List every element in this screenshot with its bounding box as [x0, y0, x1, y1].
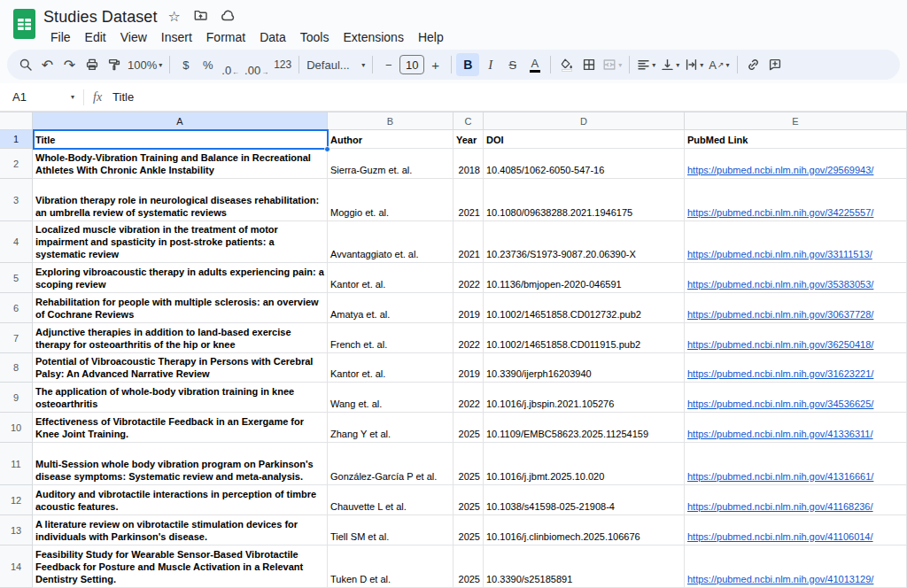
cell-link-row13[interactable]: https://pubmed.ncbi.nlm.nih.gov/41106014… — [685, 515, 907, 545]
cell-author-row6[interactable]: Amatya et. al. — [328, 293, 454, 323]
pubmed-link[interactable]: https://pubmed.ncbi.nlm.nih.gov/30637728… — [687, 308, 873, 321]
cell-doi-row3[interactable]: 10.1080/09638288.2021.1946175 — [484, 179, 685, 221]
cell-author-row5[interactable]: Kantor et. al. — [328, 263, 454, 293]
font-dropdown[interactable]: Defaul...▾ — [304, 53, 368, 76]
cell-doi-row13[interactable]: 10.1016/j.clinbiomech.2025.106676 — [484, 515, 685, 545]
zoom-dropdown[interactable]: 100%▾ — [125, 53, 165, 76]
document-title[interactable]: Studies Dataset — [43, 8, 158, 27]
cell-author-row8[interactable]: Kantor et. al. — [328, 353, 454, 383]
menu-help[interactable]: Help — [411, 28, 451, 46]
cell-link-row6[interactable]: https://pubmed.ncbi.nlm.nih.gov/30637728… — [685, 293, 907, 323]
move-folder-icon[interactable] — [193, 8, 208, 26]
pubmed-link[interactable]: https://pubmed.ncbi.nlm.nih.gov/36250418… — [687, 338, 873, 351]
cell-year-row8[interactable]: 2019 — [454, 353, 484, 383]
cell-year-row2[interactable]: 2018 — [454, 149, 484, 179]
cell-title-row14[interactable]: Feasibility Study for Wearable Sensor-Ba… — [33, 545, 328, 588]
row-header-12[interactable]: 12 — [0, 485, 33, 515]
cell-link-row5[interactable]: https://pubmed.ncbi.nlm.nih.gov/35383053… — [685, 263, 907, 293]
strikethrough-button[interactable]: S — [501, 53, 523, 76]
cell-title-row12[interactable]: Auditory and vibrotactile interactions i… — [33, 485, 328, 515]
name-box[interactable]: A1 ▾ — [12, 90, 80, 104]
pubmed-link[interactable]: https://pubmed.ncbi.nlm.nih.gov/34225557… — [687, 206, 873, 219]
cell-doi-row10[interactable]: 10.1109/EMBC58623.2025.11254159 — [484, 413, 685, 443]
column-header-B[interactable]: B — [328, 112, 454, 130]
cell-author-row3[interactable]: Moggio et. al. — [328, 179, 454, 221]
undo-button[interactable]: ↶ — [36, 53, 58, 76]
decrease-font-size-button[interactable]: − — [377, 53, 399, 76]
menu-file[interactable]: File — [43, 28, 78, 46]
column-header-D[interactable]: D — [484, 112, 685, 130]
cell-link-row12[interactable]: https://pubmed.ncbi.nlm.nih.gov/41168236… — [685, 485, 907, 515]
formula-input[interactable]: Title — [112, 90, 134, 104]
cell-doi-row7[interactable]: 10.1002/14651858.CD011915.pub2 — [484, 323, 685, 353]
cell-author-row4[interactable]: Avvantaggiato et. al. — [328, 221, 454, 263]
pubmed-link[interactable]: https://pubmed.ncbi.nlm.nih.gov/41316661… — [687, 470, 873, 483]
cell-author-row11[interactable]: González-García P et al. — [328, 443, 454, 485]
increase-font-size-button[interactable]: + — [424, 53, 446, 76]
row-header-1[interactable]: 1 — [0, 130, 33, 149]
select-all-corner[interactable] — [0, 112, 33, 130]
cell-link-row1[interactable]: PubMed Link — [685, 130, 907, 149]
increase-decimal-button[interactable]: .00→ — [242, 53, 271, 76]
pubmed-link[interactable]: https://pubmed.ncbi.nlm.nih.gov/41336311… — [687, 428, 873, 440]
menu-tools[interactable]: Tools — [293, 28, 337, 46]
cell-title-row4[interactable]: Localized muscle vibration in the treatm… — [33, 221, 328, 263]
pubmed-link[interactable]: https://pubmed.ncbi.nlm.nih.gov/29569943… — [687, 164, 873, 176]
cell-doi-row2[interactable]: 10.4085/1062-6050-547-16 — [484, 149, 685, 179]
cell-title-row5[interactable]: Exploring vibroacoustic therapy in adult… — [33, 263, 328, 293]
cell-year-row3[interactable]: 2021 — [454, 179, 484, 221]
row-header-6[interactable]: 6 — [0, 293, 33, 323]
column-header-A[interactable]: A — [33, 112, 328, 130]
borders-button[interactable] — [578, 53, 600, 76]
cell-link-row14[interactable]: https://pubmed.ncbi.nlm.nih.gov/41013129… — [685, 545, 907, 588]
cell-year-row4[interactable]: 2021 — [454, 221, 484, 263]
cell-title-row2[interactable]: Whole-Body-Vibration Training and Balanc… — [33, 149, 328, 179]
row-header-9[interactable]: 9 — [0, 383, 33, 413]
cell-link-row2[interactable]: https://pubmed.ncbi.nlm.nih.gov/29569943… — [685, 149, 907, 179]
fill-color-button[interactable] — [555, 53, 578, 76]
column-header-E[interactable]: E — [685, 112, 907, 130]
text-color-button[interactable]: A — [523, 53, 546, 76]
row-header-14[interactable]: 14 — [0, 545, 33, 588]
cell-title-row1[interactable]: Title — [33, 130, 328, 149]
cell-doi-row6[interactable]: 10.1002/14651858.CD012732.pub2 — [484, 293, 685, 323]
cell-doi-row8[interactable]: 10.3390/ijerph16203940 — [484, 353, 685, 383]
cell-author-row7[interactable]: French et. al. — [328, 323, 454, 353]
cell-title-row3[interactable]: Vibration therapy role in neurological d… — [33, 179, 328, 221]
cell-title-row6[interactable]: Rehabilitation for people with multiple … — [33, 293, 328, 323]
print-button[interactable] — [81, 53, 103, 76]
pubmed-link[interactable]: https://pubmed.ncbi.nlm.nih.gov/33111513… — [687, 248, 872, 260]
row-header-8[interactable]: 8 — [0, 353, 33, 383]
cell-year-row12[interactable]: 2025 — [454, 485, 484, 515]
cell-author-row13[interactable]: Tiell SM et al. — [328, 515, 454, 545]
menu-edit[interactable]: Edit — [78, 28, 113, 46]
cell-link-row7[interactable]: https://pubmed.ncbi.nlm.nih.gov/36250418… — [685, 323, 907, 353]
cell-year-row1[interactable]: Year — [454, 130, 484, 149]
cell-link-row3[interactable]: https://pubmed.ncbi.nlm.nih.gov/34225557… — [685, 179, 907, 221]
horizontal-align-button[interactable]: ▾ — [634, 53, 658, 76]
row-header-4[interactable]: 4 — [0, 221, 33, 263]
cell-year-row11[interactable]: 2025 — [454, 443, 484, 485]
cell-year-row6[interactable]: 2019 — [454, 293, 484, 323]
pubmed-link[interactable]: https://pubmed.ncbi.nlm.nih.gov/31623221… — [687, 368, 873, 380]
star-icon[interactable]: ☆ — [168, 10, 181, 24]
pubmed-link[interactable]: https://pubmed.ncbi.nlm.nih.gov/35383053… — [687, 278, 873, 290]
cell-link-row8[interactable]: https://pubmed.ncbi.nlm.nih.gov/31623221… — [685, 353, 907, 383]
currency-format-button[interactable]: $ — [174, 53, 197, 76]
vertical-align-button[interactable]: ▾ — [658, 53, 682, 76]
row-header-13[interactable]: 13 — [0, 515, 33, 545]
row-header-10[interactable]: 10 — [0, 413, 33, 443]
menu-view[interactable]: View — [113, 28, 154, 46]
cell-doi-row14[interactable]: 10.3390/s25185891 — [484, 545, 685, 588]
cell-link-row10[interactable]: https://pubmed.ncbi.nlm.nih.gov/41336311… — [685, 413, 907, 443]
pubmed-link[interactable]: https://pubmed.ncbi.nlm.nih.gov/41013129… — [687, 573, 873, 585]
row-header-11[interactable]: 11 — [0, 443, 33, 485]
cell-title-row7[interactable]: Adjunctive therapies in addition to land… — [33, 323, 328, 353]
cell-author-row12[interactable]: Chauvette L et al. — [328, 485, 454, 515]
cell-title-row10[interactable]: Effectiveness of Vibrotactile Feedback i… — [33, 413, 328, 443]
cell-link-row9[interactable]: https://pubmed.ncbi.nlm.nih.gov/34536625… — [685, 383, 907, 413]
menu-insert[interactable]: Insert — [154, 28, 199, 46]
row-header-5[interactable]: 5 — [0, 263, 33, 293]
cell-link-row11[interactable]: https://pubmed.ncbi.nlm.nih.gov/41316661… — [685, 443, 907, 485]
cell-author-row2[interactable]: Sierra-Guzm et. al. — [328, 149, 454, 179]
